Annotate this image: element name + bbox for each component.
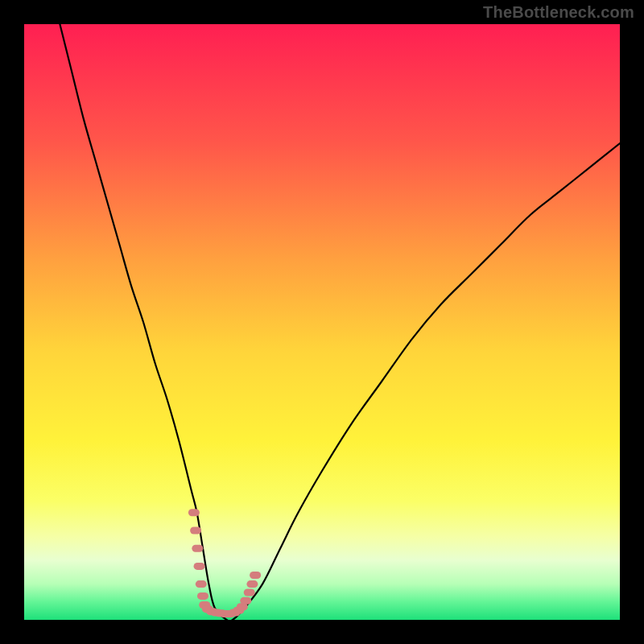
scatter-point [246,580,258,588]
watermark-text: TheBottleneck.com [483,3,634,22]
scatter-group [188,509,261,617]
scatter-point [244,588,255,596]
scatter-point [240,597,251,605]
scatter-layer [24,24,620,620]
plot-area [24,24,620,620]
scatter-point [194,563,205,570]
scatter-point [197,592,208,600]
scatter-point [192,545,203,552]
scatter-point [188,509,200,516]
scatter-point [250,572,261,579]
scatter-point [196,580,207,588]
chart-frame: TheBottleneck.com [0,0,644,644]
scatter-point [190,527,201,535]
